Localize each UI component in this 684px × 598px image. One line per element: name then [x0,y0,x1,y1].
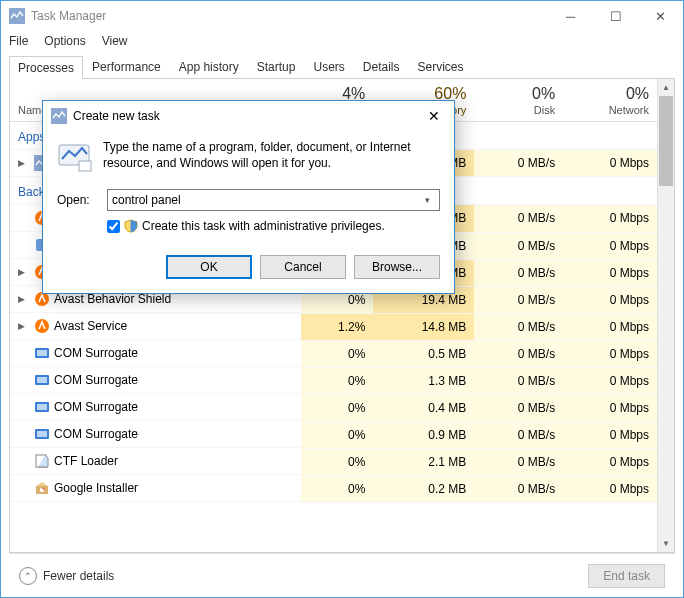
cell-disk: 0 MB/s [474,313,563,340]
tab-app-history[interactable]: App history [170,55,248,78]
table-row[interactable]: ▶Avast Service1.2%14.8 MB0 MB/s0 Mbps [10,313,657,340]
task-manager-window: Task Manager ─ ☐ ✕ File Options View Pro… [0,0,684,598]
ok-button[interactable]: OK [166,255,252,279]
cell-disk: 0 MB/s [474,394,563,421]
cancel-button[interactable]: Cancel [260,255,346,279]
open-label: Open: [57,193,97,207]
scroll-up-icon[interactable]: ▲ [658,79,674,96]
chevron-up-icon: ⌃ [19,567,37,585]
cell-disk: 0 MB/s [474,340,563,367]
cell-mem: 14.8 MB [373,313,474,340]
cell-cpu: 0% [301,421,373,448]
titlebar: Task Manager ─ ☐ ✕ [1,1,683,31]
process-name: Google Installer [54,481,138,495]
process-name: COM Surrogate [54,400,138,414]
run-dialog-icon [51,108,67,124]
cell-net: 0 Mbps [563,149,657,177]
window-title: Task Manager [31,9,106,23]
process-name: COM Surrogate [54,373,138,387]
maximize-button[interactable]: ☐ [593,2,638,31]
svg-rect-12 [37,404,47,410]
scrollbar-thumb[interactable] [659,96,673,186]
expand-icon[interactable]: ▶ [18,158,30,168]
cell-disk: 0 MB/s [474,448,563,475]
menu-options[interactable]: Options [44,34,85,48]
cell-disk: 0 MB/s [474,232,563,259]
col-network[interactable]: 0%Network [563,79,657,121]
cell-disk: 0 MB/s [474,367,563,394]
tab-performance[interactable]: Performance [83,55,170,78]
admin-label: Create this task with administrative pri… [142,219,385,233]
dialog-title: Create new task [73,109,160,123]
table-row[interactable]: Google Installer0%0.2 MB0 MB/s0 Mbps [10,475,657,502]
tab-strip: ProcessesPerformanceApp historyStartupUs… [9,55,675,79]
cell-net: 0 Mbps [563,448,657,475]
svg-rect-10 [37,377,47,383]
shield-icon [124,219,138,233]
taskmgr-icon [9,8,25,24]
expand-icon[interactable]: ▶ [18,294,30,304]
menu-file[interactable]: File [9,34,28,48]
process-name: Avast Behavior Shield [54,292,171,306]
open-input[interactable] [112,193,419,207]
cell-disk: 0 MB/s [474,149,563,177]
scroll-down-icon[interactable]: ▼ [658,535,674,552]
footer: ⌃ Fewer details End task [9,553,675,597]
minimize-button[interactable]: ─ [548,2,593,31]
table-row[interactable]: CTF Loader0%2.1 MB0 MB/s0 Mbps [10,448,657,475]
cell-cpu: 0% [301,340,373,367]
cell-disk: 0 MB/s [474,421,563,448]
expand-icon[interactable]: ▶ [18,321,30,331]
cell-net: 0 Mbps [563,394,657,421]
com-icon [34,399,50,415]
tab-services[interactable]: Services [409,55,473,78]
tab-startup[interactable]: Startup [248,55,305,78]
svg-rect-14 [37,431,47,437]
cell-net: 0 Mbps [563,367,657,394]
cell-net: 0 Mbps [563,421,657,448]
admin-checkbox[interactable] [107,220,120,233]
run-icon [57,139,93,175]
cell-net: 0 Mbps [563,286,657,313]
close-button[interactable]: ✕ [638,2,683,31]
process-name: COM Surrogate [54,346,138,360]
table-row[interactable]: COM Surrogate0%0.5 MB0 MB/s0 Mbps [10,340,657,367]
cell-cpu: 0% [301,448,373,475]
cell-cpu: 0% [301,367,373,394]
dialog-close-button[interactable]: ✕ [414,108,454,124]
end-task-button[interactable]: End task [588,564,665,588]
com-icon [34,372,50,388]
com-icon [34,426,50,442]
tab-users[interactable]: Users [304,55,353,78]
tab-details[interactable]: Details [354,55,409,78]
cell-mem: 0.2 MB [373,475,474,502]
cell-cpu: 0% [301,475,373,502]
cell-mem: 0.4 MB [373,394,474,421]
cell-net: 0 Mbps [563,232,657,259]
chevron-down-icon[interactable]: ▾ [419,195,435,205]
col-disk[interactable]: 0%Disk [474,79,563,121]
browse-button[interactable]: Browse... [354,255,440,279]
cell-net: 0 Mbps [563,259,657,286]
process-name: Avast Service [54,319,127,333]
cell-net: 0 Mbps [563,205,657,233]
dialog-description: Type the name of a program, folder, docu… [103,139,440,171]
tab-processes[interactable]: Processes [9,56,83,79]
open-combobox[interactable]: ▾ [107,189,440,211]
fewer-details-button[interactable]: ⌃ Fewer details [19,567,114,585]
table-row[interactable]: COM Surrogate0%1.3 MB0 MB/s0 Mbps [10,367,657,394]
avast-icon [34,318,50,334]
cell-disk: 0 MB/s [474,286,563,313]
svg-rect-8 [37,350,47,356]
expand-icon[interactable]: ▶ [18,267,30,277]
svg-rect-20 [79,161,91,171]
ctf-icon [34,453,50,469]
cell-mem: 1.3 MB [373,367,474,394]
table-row[interactable]: COM Surrogate0%0.4 MB0 MB/s0 Mbps [10,394,657,421]
cell-net: 0 Mbps [563,313,657,340]
create-new-task-dialog: Create new task ✕ Type the name of a pro… [42,100,455,294]
menu-view[interactable]: View [102,34,128,48]
cell-cpu: 1.2% [301,313,373,340]
table-row[interactable]: COM Surrogate0%0.9 MB0 MB/s0 Mbps [10,421,657,448]
vertical-scrollbar[interactable]: ▲ ▼ [657,79,674,552]
